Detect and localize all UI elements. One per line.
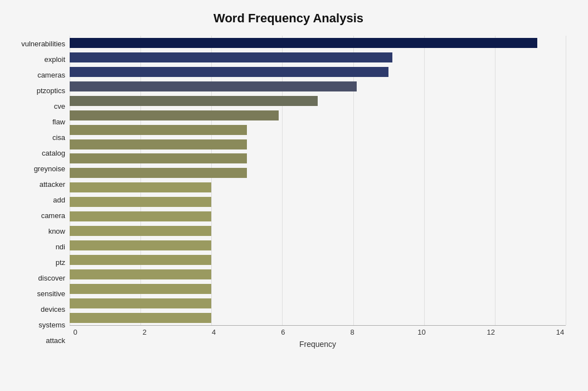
grid-line — [282, 36, 283, 325]
y-label: cve — [54, 103, 65, 110]
bar-row — [70, 124, 566, 136]
grid-line — [353, 36, 354, 325]
grid-line — [424, 36, 425, 325]
grid-line — [70, 36, 70, 325]
y-label: attack — [46, 337, 65, 344]
y-label: vulnerabilities — [21, 40, 65, 47]
bar — [70, 67, 388, 77]
bar — [70, 182, 211, 192]
x-tick: 6 — [278, 328, 289, 336]
bar — [70, 38, 537, 48]
bar-row — [70, 283, 566, 295]
x-tick: 8 — [347, 328, 358, 336]
grid-line — [566, 36, 566, 325]
bar-row — [70, 109, 566, 122]
y-label: attacker — [40, 181, 65, 188]
bar — [70, 110, 279, 120]
bar-row — [70, 37, 566, 49]
bar — [70, 125, 247, 135]
x-tick: 4 — [208, 328, 220, 336]
bar — [70, 211, 211, 221]
y-label: greynoise — [34, 165, 65, 172]
bar — [70, 168, 247, 178]
bar — [70, 226, 211, 236]
bar — [70, 139, 247, 149]
chart-title: Word Frequency Analysis — [11, 11, 566, 26]
bar-row — [70, 80, 566, 93]
bar-row — [70, 268, 566, 281]
bar-row — [70, 167, 566, 179]
bar — [70, 197, 211, 207]
bar — [70, 96, 318, 106]
y-label: ndi — [56, 243, 65, 250]
chart-area: vulnerabilitiesexploitcamerasptzopticscv… — [11, 36, 566, 349]
bar-row — [70, 225, 566, 237]
x-tick: 10 — [416, 328, 427, 336]
bar — [70, 240, 211, 250]
y-label: ptzoptics — [37, 87, 65, 94]
bars-and-x: 02468101214 Frequency — [70, 36, 566, 349]
bar-row — [70, 152, 566, 165]
bar-row — [70, 66, 566, 78]
bar — [70, 52, 392, 62]
y-label: cisa — [52, 134, 65, 141]
bar — [70, 284, 211, 294]
x-axis: 02468101214 — [70, 325, 566, 336]
bar — [70, 255, 211, 265]
x-axis-label: Frequency — [70, 340, 566, 349]
bar — [70, 269, 211, 279]
bar-row — [70, 51, 566, 64]
bars-area — [70, 36, 566, 325]
y-label: add — [53, 196, 65, 204]
grid-line — [140, 36, 141, 325]
bar — [70, 153, 247, 163]
grid-line — [211, 36, 212, 325]
bar-row — [70, 297, 566, 310]
y-labels: vulnerabilitiesexploitcamerasptzopticscv… — [11, 36, 70, 349]
y-label: systems — [38, 321, 65, 329]
chart-container: Word Frequency Analysis vulnerabilitiese… — [0, 0, 588, 391]
x-tick: 2 — [139, 328, 150, 336]
bar-row — [70, 138, 566, 151]
bar-row — [70, 239, 566, 252]
y-label: ptz — [56, 259, 65, 266]
bar-row — [70, 210, 566, 223]
y-label: discover — [38, 274, 65, 282]
bar — [70, 298, 211, 308]
x-tick: 0 — [70, 328, 81, 336]
x-tick: 12 — [485, 328, 497, 336]
y-label: flaw — [52, 118, 65, 125]
x-tick: 14 — [555, 328, 566, 336]
bar-row — [70, 312, 566, 324]
grid-line — [495, 36, 495, 325]
y-label: cameras — [37, 71, 65, 79]
y-label: exploit — [44, 56, 65, 63]
bar-row — [70, 181, 566, 194]
y-label: sensitive — [37, 290, 65, 297]
bar-row — [70, 254, 566, 266]
y-label: devices — [41, 306, 65, 313]
y-label: catalog — [42, 149, 65, 157]
bar — [70, 313, 211, 323]
y-label: camera — [41, 212, 65, 219]
bar-row — [70, 196, 566, 208]
bar-row — [70, 95, 566, 107]
y-label: know — [48, 228, 65, 235]
bar — [70, 81, 357, 91]
